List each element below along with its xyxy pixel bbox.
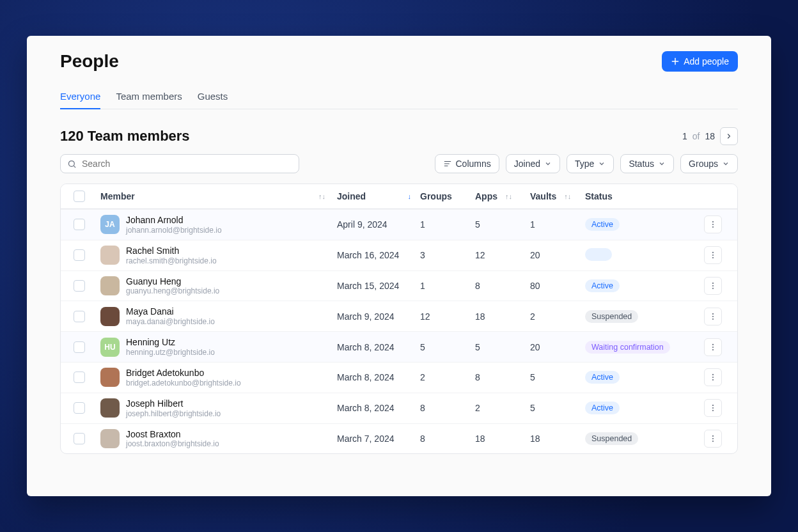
status-badge: Waiting confirmation	[585, 341, 670, 354]
filter-type[interactable]: Type	[567, 154, 614, 173]
row-checkbox[interactable]	[74, 402, 85, 414]
tab-everyone[interactable]: Everyone	[60, 86, 100, 109]
row-checkbox[interactable]	[74, 372, 85, 383]
chevron-right-icon	[725, 132, 733, 140]
row-checkbox[interactable]	[74, 341, 85, 353]
apps-cell: 2	[475, 403, 530, 413]
add-people-label: Add people	[684, 56, 729, 66]
vaults-cell: 1	[530, 219, 585, 230]
row-actions-button[interactable]	[704, 399, 722, 417]
page-header: People Add people	[60, 51, 738, 72]
svg-point-26	[712, 407, 714, 409]
vaults-cell: 20	[530, 250, 585, 260]
avatar	[100, 246, 120, 265]
member-cell: JA Johann Arnold johann.arnold@brightsid…	[100, 215, 337, 235]
row-actions-button[interactable]	[704, 277, 722, 295]
row-actions-button[interactable]	[704, 215, 722, 233]
table-row: Maya Danai maya.danai@brightside.io Marc…	[61, 301, 737, 331]
groups-cell: 3	[420, 250, 475, 260]
row-actions-button[interactable]	[704, 338, 722, 356]
vaults-cell: 2	[530, 311, 585, 322]
joined-cell: March 9, 2024	[337, 311, 420, 322]
sort-down-icon: ↓	[408, 192, 412, 200]
col-member[interactable]: Member ↑↓	[100, 191, 337, 201]
apps-cell: 18	[475, 434, 530, 444]
chevron-down-icon	[722, 160, 730, 168]
col-vaults-label: Vaults	[530, 191, 556, 201]
svg-point-11	[712, 254, 714, 256]
col-joined-label: Joined	[337, 191, 366, 201]
groups-cell: 1	[420, 219, 475, 230]
row-actions-button[interactable]	[704, 246, 722, 264]
row-checkbox[interactable]	[74, 280, 85, 292]
svg-point-25	[712, 405, 714, 406]
col-apps[interactable]: Apps ↑↓	[475, 191, 530, 201]
col-status[interactable]: Status	[585, 191, 687, 201]
svg-point-21	[712, 349, 714, 350]
status-badge: Suspended	[585, 432, 638, 445]
page-next-button[interactable]	[720, 127, 738, 145]
more-vertical-icon	[708, 251, 717, 260]
row-checkbox[interactable]	[74, 433, 85, 444]
member-cell: Maya Danai maya.danai@brightside.io	[100, 306, 337, 326]
apps-cell: 12	[475, 250, 530, 260]
search-input[interactable]	[82, 159, 292, 169]
vaults-cell: 18	[530, 434, 585, 444]
member-email: rachel.smith@brightside.io	[126, 256, 217, 265]
svg-point-18	[712, 318, 714, 320]
table-row: HU Henning Utz henning.utz@brightside.io…	[61, 331, 737, 362]
more-vertical-icon	[708, 343, 717, 352]
page-total: 18	[705, 131, 715, 141]
col-groups[interactable]: Groups	[420, 191, 475, 201]
row-checkbox[interactable]	[74, 219, 85, 230]
filters: Columns Joined Type Status Groups	[435, 154, 739, 173]
status-cell: Active	[585, 279, 687, 292]
more-vertical-icon	[708, 403, 717, 412]
chevron-down-icon	[658, 160, 666, 168]
search-box[interactable]	[60, 154, 299, 173]
sort-icon: ↑↓	[318, 192, 325, 200]
joined-cell: March 8, 2024	[337, 342, 420, 352]
filter-joined[interactable]: Joined	[506, 154, 560, 173]
apps-cell: 18	[475, 311, 530, 322]
columns-button[interactable]: Columns	[435, 154, 499, 173]
row-checkbox[interactable]	[74, 249, 85, 261]
select-all-checkbox[interactable]	[74, 191, 85, 202]
apps-cell: 8	[475, 372, 530, 382]
row-actions-button[interactable]	[704, 430, 722, 448]
apps-cell: 5	[475, 219, 530, 230]
chevron-down-icon	[544, 160, 552, 168]
filter-status[interactable]: Status	[620, 154, 674, 173]
row-actions-button[interactable]	[704, 308, 722, 325]
col-groups-label: Groups	[420, 191, 452, 201]
vaults-cell: 5	[530, 372, 585, 382]
groups-cell: 8	[420, 403, 475, 413]
svg-point-16	[712, 313, 714, 315]
row-actions-button[interactable]	[704, 368, 722, 386]
filter-groups[interactable]: Groups	[680, 154, 738, 173]
tab-guests[interactable]: Guests	[198, 86, 228, 109]
vaults-cell: 5	[530, 403, 585, 413]
member-email: bridget.adetokunbo@brightside.io	[126, 379, 241, 387]
search-icon	[67, 159, 77, 169]
tab-team-members[interactable]: Team members	[116, 86, 182, 109]
svg-point-20	[712, 347, 714, 348]
joined-cell: March 8, 2024	[337, 372, 420, 382]
avatar	[100, 307, 120, 326]
col-vaults[interactable]: Vaults ↑↓	[530, 191, 585, 201]
groups-cell: 2	[420, 372, 475, 382]
status-cell: Active	[585, 218, 687, 231]
status-badge: Active	[585, 218, 620, 231]
svg-line-3	[74, 166, 75, 168]
add-people-button[interactable]: Add people	[662, 51, 738, 72]
status-cell	[585, 248, 687, 263]
page-title: People	[60, 51, 119, 72]
more-vertical-icon	[708, 373, 717, 382]
member-name: Joost Braxton	[126, 429, 219, 440]
svg-point-28	[712, 435, 714, 437]
col-joined[interactable]: Joined ↓	[337, 191, 420, 201]
row-checkbox[interactable]	[74, 311, 85, 322]
member-email: joost.braxton@brightside.io	[126, 439, 219, 448]
status-cell: Suspended	[585, 432, 687, 445]
avatar	[100, 368, 120, 387]
